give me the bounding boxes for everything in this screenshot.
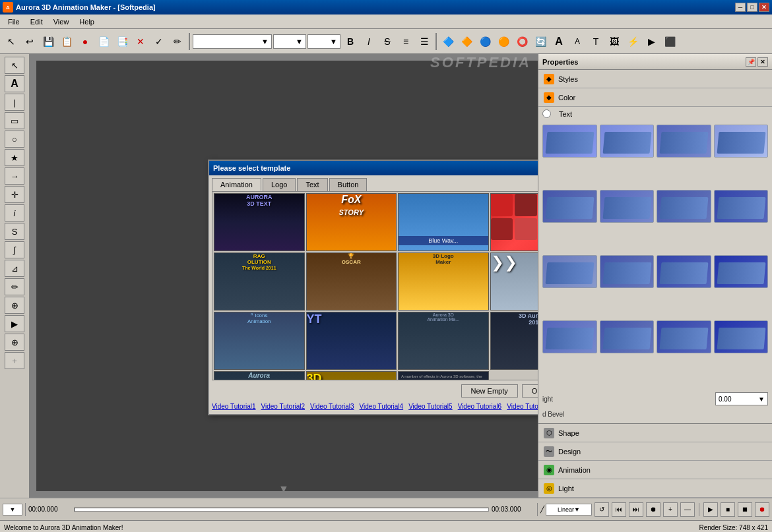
toolbar-3d6-icon[interactable]: 🔄: [532, 33, 549, 50]
video-tutorial-3[interactable]: Video Tutorial3: [310, 403, 354, 410]
height-input[interactable]: 0.00 ▼: [715, 392, 768, 405]
tab-button[interactable]: Button: [329, 178, 368, 191]
toolbar-save-icon[interactable]: 💾: [40, 33, 57, 50]
timeline-loop-button[interactable]: ↺: [595, 502, 609, 517]
profile-item-13[interactable]: [542, 320, 597, 353]
toolbar-undo-icon[interactable]: ↩: [21, 33, 38, 50]
menu-view[interactable]: View: [48, 16, 75, 27]
panel-section-design[interactable]: 〜 Design: [538, 442, 772, 461]
timeline-record-button[interactable]: ⏺: [646, 502, 660, 517]
panel-section-styles[interactable]: ◆ Styles: [538, 70, 772, 88]
profile-item-1[interactable]: [542, 125, 597, 158]
timeline-dropdown-left[interactable]: ▼: [3, 504, 22, 516]
new-empty-button[interactable]: New Empty: [461, 384, 518, 398]
profile-item-7[interactable]: [657, 190, 711, 223]
template-item-14[interactable]: 3D: [306, 371, 397, 380]
toolbar-save-as-icon[interactable]: 📋: [58, 33, 75, 50]
video-tutorial-6[interactable]: Video Tutorial6: [458, 403, 502, 410]
timeline-prev-button[interactable]: ⏮: [612, 502, 626, 517]
toolbar-bold-icon[interactable]: B: [342, 33, 359, 50]
toolbar-img-icon[interactable]: 🖼: [606, 33, 623, 50]
toolbar-export-icon[interactable]: ▶: [643, 33, 660, 50]
toolbar-size-dropdown[interactable]: ▼: [273, 34, 306, 49]
menu-file[interactable]: File: [3, 16, 25, 27]
radio-text[interactable]: [542, 109, 551, 118]
maximize-button[interactable]: □: [747, 3, 757, 12]
video-tutorial-1[interactable]: Video Tutorial1: [212, 403, 256, 410]
profile-item-8[interactable]: [714, 190, 769, 223]
tool-move[interactable]: ✛: [5, 186, 24, 203]
menu-help[interactable]: Help: [74, 16, 100, 27]
profile-item-5[interactable]: [542, 190, 597, 223]
template-item-6[interactable]: 🏆OSCAR: [306, 252, 397, 310]
toolbar-delete-icon[interactable]: ✕: [132, 33, 149, 50]
toolbar-font-dropdown[interactable]: ▼: [193, 34, 272, 49]
template-item-3[interactable]: Blue Wav...: [398, 193, 489, 251]
profile-item-11[interactable]: [657, 255, 711, 288]
video-tutorial-5[interactable]: Video Tutorial5: [408, 403, 453, 410]
toolbar-3d3-icon[interactable]: 🔵: [476, 33, 494, 50]
tab-logo[interactable]: Logo: [263, 178, 296, 191]
template-item-1[interactable]: AURORA3D TEXT: [214, 193, 305, 251]
toolbar-copy-icon[interactable]: 📑: [113, 33, 131, 50]
toolbar-strikethrough-icon[interactable]: S: [379, 33, 396, 50]
timeline-misc-button[interactable]: —: [680, 502, 695, 517]
video-tutorial-7[interactable]: Video Tutorial7: [507, 403, 538, 410]
play-button[interactable]: ▶: [703, 502, 718, 517]
video-tutorial-2[interactable]: Video Tutorial2: [261, 403, 306, 410]
toolbar-new-icon[interactable]: 📄: [95, 33, 112, 50]
profile-item-16[interactable]: [714, 320, 769, 353]
tool-path[interactable]: ⊿: [5, 260, 24, 277]
template-item-11[interactable]: Aurora 3DAnimation Ma...: [398, 312, 489, 370]
panel-section-light[interactable]: ◎ Light: [538, 479, 772, 498]
height-spinner[interactable]: ▼: [758, 396, 765, 403]
toolbar-3d2-icon[interactable]: 🔶: [458, 33, 475, 50]
profile-item-2[interactable]: [600, 125, 655, 158]
toolbar-italic-icon[interactable]: I: [360, 33, 377, 50]
template-item-13[interactable]: Aurora: [214, 371, 305, 380]
tool-pencil[interactable]: ✏: [5, 278, 24, 295]
tool-plus[interactable]: +: [5, 352, 24, 369]
pause-button[interactable]: ⏹: [738, 502, 752, 517]
panel-section-animation[interactable]: ◉ Animation: [538, 461, 772, 479]
toolbar-align-left-icon[interactable]: ≡: [397, 33, 414, 50]
toolbar-3d1-icon[interactable]: 🔷: [439, 33, 457, 50]
toolbar-3d5-icon[interactable]: ⭕: [513, 33, 531, 50]
ok-button[interactable]: Ok: [522, 384, 538, 398]
panel-close-button[interactable]: ✕: [757, 57, 768, 67]
record-red-button[interactable]: ⏺: [755, 502, 769, 517]
template-item-8[interactable]: ❯❯: [490, 252, 538, 310]
toolbar-arrow-icon[interactable]: ↖: [3, 33, 20, 50]
toolbar-pencil-icon[interactable]: ✏: [169, 33, 186, 50]
minimize-button[interactable]: ─: [735, 3, 746, 12]
tool-line[interactable]: |: [5, 94, 24, 111]
toolbar-A1-icon[interactable]: A: [550, 33, 567, 50]
template-item-10[interactable]: YT: [306, 312, 397, 370]
profile-item-12[interactable]: [714, 255, 769, 288]
profile-item-6[interactable]: [600, 190, 655, 223]
menu-edit[interactable]: Edit: [25, 16, 48, 27]
template-item-5[interactable]: RAGOLUTIONThe World 2011: [214, 252, 305, 310]
tab-text[interactable]: Text: [297, 178, 327, 191]
panel-pin-button[interactable]: 📌: [746, 57, 756, 67]
stop-button[interactable]: ■: [721, 502, 735, 517]
panel-section-shape[interactable]: ⬡ Shape: [538, 424, 772, 442]
tool-select[interactable]: ↖: [5, 57, 24, 74]
template-item-4[interactable]: [490, 193, 538, 251]
panel-section-color[interactable]: ◆ Color: [538, 88, 772, 107]
toolbar-A2-icon[interactable]: A: [569, 33, 586, 50]
profile-item-9[interactable]: [542, 255, 597, 288]
toolbar-fx-icon[interactable]: ⚡: [624, 33, 641, 50]
tool-star[interactable]: ★: [5, 149, 24, 166]
tool-add[interactable]: ⊕: [5, 334, 24, 351]
profile-item-3[interactable]: [657, 125, 711, 158]
tab-animation[interactable]: Animation: [212, 178, 261, 191]
tool-text[interactable]: A: [5, 75, 24, 92]
toolbar-3d4-icon[interactable]: 🟠: [495, 33, 512, 50]
timeline-slider[interactable]: [74, 508, 489, 512]
profile-item-10[interactable]: [600, 255, 655, 288]
template-item-7[interactable]: 3D LogoMaker: [398, 252, 489, 310]
timeline-add-button[interactable]: +: [663, 502, 678, 517]
tool-curve[interactable]: ∫: [5, 241, 24, 258]
profile-item-15[interactable]: [657, 320, 711, 353]
